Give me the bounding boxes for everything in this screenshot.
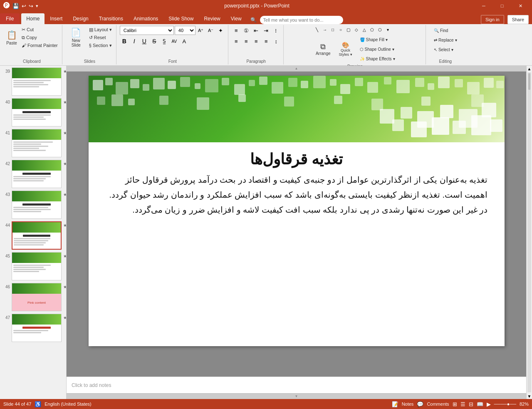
notes-button[interactable]: 📝 <box>392 401 398 407</box>
slide-thumb-43[interactable] <box>12 191 62 219</box>
font-color-button[interactable]: A <box>180 37 189 46</box>
shape-more[interactable]: ▾ <box>384 26 392 33</box>
shape-rrect[interactable]: ▢ <box>345 26 352 33</box>
scroll-thumb[interactable] <box>528 73 530 90</box>
slide-item-41[interactable]: 41 ★ <box>2 129 64 157</box>
align-center-button[interactable]: ≡ <box>242 37 251 46</box>
justify-button[interactable]: ≡ <box>262 37 271 46</box>
cut-button[interactable]: ✂ Cut <box>20 26 59 33</box>
slide-thumb-46[interactable]: Pink content <box>12 283 62 311</box>
shape-tri[interactable]: △ <box>361 26 368 33</box>
shape-circle[interactable]: ○ <box>337 26 344 33</box>
close-button[interactable]: ✕ <box>512 0 529 12</box>
slide-thumb-44[interactable] <box>12 221 62 250</box>
arrange-button[interactable]: ⧉ Arrange <box>313 41 333 57</box>
right-scrollbar[interactable]: ▲ ▼ <box>526 66 532 399</box>
font-size-select[interactable]: 40 <box>175 26 195 35</box>
slide-thumb-40[interactable] <box>12 98 62 126</box>
slide-item-43[interactable]: 43 ★ <box>2 191 64 219</box>
outline-view-button[interactable]: ☰ <box>460 401 465 407</box>
share-button[interactable]: Share <box>507 15 529 24</box>
slide-thumb-47[interactable] <box>12 314 62 342</box>
tab-home[interactable]: Home <box>21 13 45 24</box>
increase-indent-button[interactable]: ⇥ <box>262 26 271 35</box>
slide-panel[interactable]: 39 ★ 40 <box>0 66 67 399</box>
minimize-button[interactable]: ─ <box>475 0 492 12</box>
tell-me-input[interactable] <box>260 16 343 24</box>
shadow-button[interactable]: S̲ <box>160 37 169 46</box>
slide-item-39[interactable]: 39 ★ <box>2 67 64 96</box>
slide-item-44[interactable]: 44 ★ <box>2 221 64 250</box>
zoom-slider[interactable]: ────●── <box>494 402 516 407</box>
reading-view-button[interactable]: 📖 <box>477 401 483 407</box>
bold-button[interactable]: B <box>120 37 129 46</box>
underline-button[interactable]: U <box>140 37 149 46</box>
slide-item-46[interactable]: 46 Pink content ★ <box>2 283 64 311</box>
slide-title[interactable]: تغذیه قرقاول‌ها <box>105 151 488 168</box>
slide-canvas-area[interactable]: تغذیه قرقاول‌ها تغذیه به‌عنوان یکی از اث… <box>67 72 526 377</box>
char-spacing-button[interactable]: AV <box>170 37 179 46</box>
shape-pent[interactable]: ⬠ <box>369 26 376 33</box>
scroll-down-button[interactable]: ▼ <box>527 393 532 399</box>
shape-diamond[interactable]: ◇ <box>353 26 360 33</box>
select-button[interactable]: ↖ Select ▾ <box>432 45 459 54</box>
slide-thumb-39[interactable] <box>12 67 62 96</box>
normal-view-button[interactable]: ⊞ <box>453 401 457 407</box>
shape-effects-button[interactable]: ✨ Shape Effects ▾ <box>358 54 397 63</box>
sign-in-button[interactable]: Sign in <box>481 15 504 24</box>
layout-button[interactable]: ▤ Layout ▾ <box>87 26 114 33</box>
columns-button[interactable]: ⫶ <box>272 26 281 35</box>
tab-transitions[interactable]: Transitions <box>94 13 128 24</box>
increase-font-button[interactable]: A⁺ <box>196 26 205 35</box>
new-slide-button[interactable]: 📄 New Slide <box>66 26 87 49</box>
quick-access-redo[interactable]: ↪ <box>29 3 33 9</box>
shape-rect[interactable]: □ <box>329 26 337 33</box>
align-right-button[interactable]: ≡ <box>252 37 261 46</box>
align-left-button[interactable]: ≡ <box>232 37 241 46</box>
slideshow-button[interactable]: ▶ <box>487 401 491 407</box>
line-spacing-button[interactable]: ↕ <box>272 37 281 46</box>
tab-slideshow[interactable]: Slide Show <box>163 13 198 24</box>
slide-item-40[interactable]: 40 ★ <box>2 98 64 126</box>
tab-insert[interactable]: Insert <box>45 13 67 24</box>
reset-button[interactable]: ↺ Reset <box>87 34 114 41</box>
slide-item-47[interactable]: 47 ★ <box>2 314 64 342</box>
tab-file[interactable]: File <box>0 13 20 24</box>
notes-area[interactable]: Click to add notes <box>67 377 526 393</box>
replace-button[interactable]: ⇄ Replace ▾ <box>432 35 459 45</box>
strikethrough-button[interactable]: S <box>150 37 159 46</box>
slide-thumb-41[interactable] <box>12 129 62 157</box>
language[interactable]: English (United States) <box>45 402 92 407</box>
copy-button[interactable]: ⧉ Copy <box>20 34 59 41</box>
notes-label[interactable]: Notes <box>402 402 414 407</box>
scroll-up-button[interactable]: ▲ <box>527 66 532 72</box>
comments-label[interactable]: Comments <box>427 402 449 407</box>
maximize-button[interactable]: □ <box>494 0 510 12</box>
tab-view[interactable]: View <box>226 13 247 24</box>
paste-button[interactable]: 📋 Paste <box>4 26 19 49</box>
decrease-indent-button[interactable]: ⇤ <box>252 26 261 35</box>
decrease-font-button[interactable]: A⁻ <box>206 26 215 35</box>
slide-thumb-42[interactable] <box>12 160 62 188</box>
bullet-button[interactable]: ≡ <box>232 26 241 35</box>
shape-fill-button[interactable]: 🪣 Shape Fill ▾ <box>358 35 397 44</box>
section-button[interactable]: § Section ▾ <box>87 42 114 49</box>
font-name-select[interactable]: Calibri <box>120 26 174 35</box>
find-button[interactable]: 🔍 Find <box>432 26 459 35</box>
quick-access-save[interactable]: 💾 <box>12 3 19 9</box>
slide-sorter-button[interactable]: ⊟ <box>469 401 473 407</box>
shape-outline-button[interactable]: ⬡ Shape Outline ▾ <box>358 45 397 54</box>
shape-line[interactable]: ╲ <box>313 26 321 33</box>
slide-item-42[interactable]: 42 ★ <box>2 160 64 188</box>
numbering-button[interactable]: ① <box>242 26 251 35</box>
tab-design[interactable]: Design <box>68 13 93 24</box>
slide-body[interactable]: تغذیه به‌عنوان یکی از اثرگذارترین عوامل … <box>105 172 488 217</box>
italic-button[interactable]: I <box>130 37 139 46</box>
slide-item-45[interactable]: 45 ★ <box>2 252 64 280</box>
shape-arrow[interactable]: → <box>321 26 329 33</box>
slide-thumb-45[interactable] <box>12 252 62 280</box>
quick-access-undo[interactable]: ↩ <box>22 3 26 9</box>
format-painter-button[interactable]: 🖌 Format Painter <box>20 42 59 49</box>
accessibility-icon[interactable]: ♿ <box>35 401 41 407</box>
slide-canvas[interactable]: تغذیه قرقاول‌ها تغذیه به‌عنوان یکی از اث… <box>89 76 505 346</box>
